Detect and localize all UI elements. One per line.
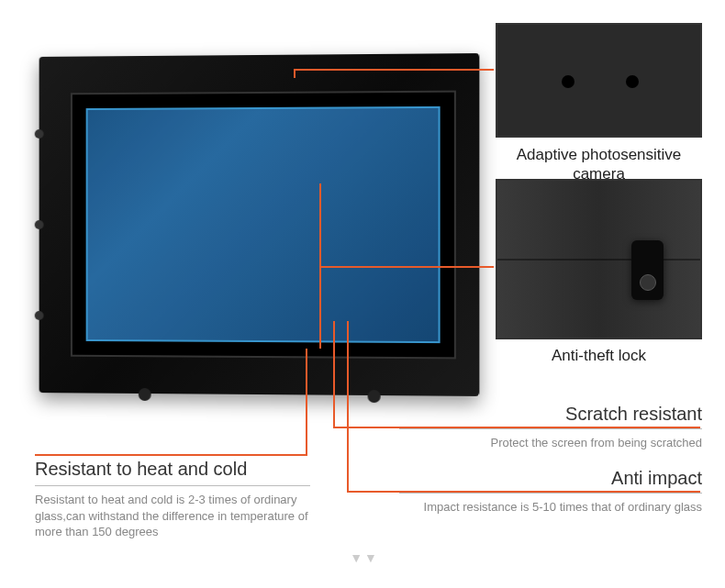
display-bezel xyxy=(71,91,456,360)
feature-title: Anti impact xyxy=(399,468,702,493)
mounting-bolt xyxy=(35,220,44,229)
display-enclosure xyxy=(39,53,480,396)
callout-line xyxy=(35,454,307,456)
feature-title: Resistant to heat and cold xyxy=(35,459,310,486)
mounting-bolt xyxy=(35,311,44,320)
panel-seam xyxy=(497,259,700,261)
enclosure-foot xyxy=(139,388,151,401)
enclosure-foot xyxy=(368,390,381,403)
camera-sensor-icon xyxy=(626,75,639,88)
lock-icon xyxy=(631,240,664,300)
main-display-unit xyxy=(37,55,477,394)
chevron-down-icon: ▼ ▼ xyxy=(350,550,375,565)
feature-title: Scratch resistant xyxy=(399,404,702,428)
feature-anti-impact: Anti impact Impact resistance is 5-10 ti… xyxy=(399,468,702,516)
feature-desc: Impact resistance is 5-10 times that of … xyxy=(399,493,702,516)
feature-heat-cold: Resistant to heat and cold Resistant to … xyxy=(35,459,310,540)
camera-detail-image xyxy=(496,23,702,138)
lock-caption: Anti-theft lock xyxy=(496,347,702,365)
lock-detail-image xyxy=(496,179,702,339)
display-screen-glass xyxy=(86,106,441,343)
mounting-bolt xyxy=(35,129,44,139)
feature-desc: Protect the screen from being scratched xyxy=(399,428,702,451)
feature-scratch-resistant: Scratch resistant Protect the screen fro… xyxy=(399,404,702,451)
camera-sensor-icon xyxy=(562,75,574,88)
lock-cylinder-icon xyxy=(640,274,656,291)
feature-desc: Resistant to heat and cold is 2-3 times … xyxy=(35,492,310,540)
